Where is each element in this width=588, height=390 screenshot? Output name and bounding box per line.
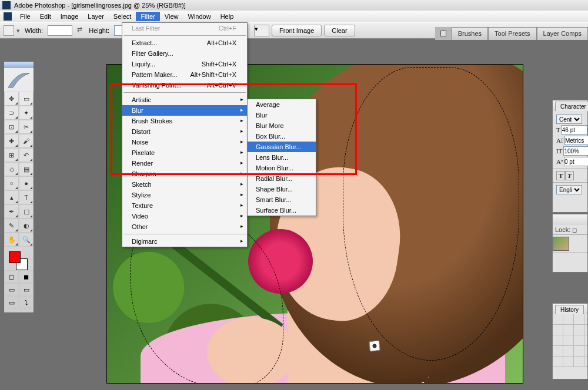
brush-preset-dropdown[interactable]: ▾ xyxy=(254,25,269,36)
menu-file[interactable]: File xyxy=(15,12,35,21)
submenu-item-box-blur[interactable]: Box Blur... xyxy=(248,131,316,142)
menu-item-distort[interactable]: Distort xyxy=(122,126,247,137)
history-row[interactable] xyxy=(553,357,587,367)
font-size-input[interactable] xyxy=(562,125,587,135)
tool-brush[interactable]: 🖌 xyxy=(19,134,34,148)
submenu-item-blur[interactable]: Blur xyxy=(248,110,316,120)
width-input[interactable] xyxy=(48,25,72,36)
tool-dodge[interactable]: ● xyxy=(19,176,34,190)
submenu-item-motion-blur[interactable]: Motion Blur... xyxy=(248,163,316,173)
history-row[interactable] xyxy=(553,325,587,335)
toolbox-panel: ✥▭⊃✦⊡✂✚🖌⊞↶◇▤○●▴T✒▢✎◐✋🔍 ◻ ◼ ▭ ▭ ▭ ⤵ xyxy=(4,61,34,313)
tool-healing[interactable]: ✚ xyxy=(4,134,19,148)
menu-item-blur[interactable]: Blur xyxy=(122,105,247,116)
screen-mode-full-menubar-icon[interactable]: ▭ xyxy=(19,283,34,296)
front-image-button[interactable]: Front Image xyxy=(272,25,322,36)
screen-mode-full-icon[interactable]: ▭ xyxy=(4,296,19,309)
tab-brushes[interactable]: Brushes xyxy=(452,27,488,40)
submenu-item-blur-more[interactable]: Blur More xyxy=(248,120,316,131)
imageready-icon[interactable]: ⤵ xyxy=(19,296,34,309)
tool-blur[interactable]: ○ xyxy=(4,176,19,190)
menu-item-extract[interactable]: Extract...Alt+Ctrl+X xyxy=(122,38,247,48)
panel-grip[interactable] xyxy=(4,62,34,68)
tool-move[interactable]: ✥ xyxy=(4,92,19,106)
layer-thumbnail[interactable] xyxy=(553,237,569,251)
tool-clone[interactable]: ⊞ xyxy=(4,148,19,162)
menu-layer[interactable]: Layer xyxy=(83,12,109,21)
menu-help[interactable]: Help xyxy=(216,12,239,21)
language-select[interactable]: English: USA xyxy=(556,185,582,194)
font-family-select[interactable]: Century xyxy=(556,115,582,124)
tool-magic-wand[interactable]: ✦ xyxy=(19,106,34,120)
layer-row[interactable] xyxy=(553,235,587,253)
vscale-input[interactable] xyxy=(563,146,588,156)
swap-dimensions-icon[interactable]: ⇄ xyxy=(75,26,84,35)
history-row[interactable] xyxy=(553,335,587,346)
menu-view[interactable]: View xyxy=(160,12,183,21)
menu-item-artistic[interactable]: Artistic xyxy=(122,95,247,105)
tool-lasso[interactable]: ⊃ xyxy=(4,106,19,120)
history-row[interactable] xyxy=(553,314,587,325)
tool-gradient[interactable]: ▤ xyxy=(19,162,34,176)
submenu-item-radial-blur[interactable]: Radial Blur... xyxy=(248,173,316,184)
standard-mode-icon[interactable]: ◻ xyxy=(4,270,19,283)
menu-item-video[interactable]: Video xyxy=(122,211,247,221)
tool-zoom[interactable]: 🔍 xyxy=(19,233,34,247)
italic-button[interactable]: T xyxy=(565,171,574,180)
menu-item-noise[interactable]: Noise xyxy=(122,137,247,147)
tab-history[interactable]: History xyxy=(555,305,584,314)
app-icon-small xyxy=(4,12,12,21)
crop-tool-icon[interactable] xyxy=(4,25,14,36)
menu-item-pixelate[interactable]: Pixelate xyxy=(122,147,247,158)
baseline-input[interactable] xyxy=(564,157,588,166)
tool-pen[interactable]: ✒ xyxy=(4,204,19,218)
menu-item-brush-strokes[interactable]: Brush Strokes xyxy=(122,116,247,126)
tool-shape[interactable]: ▢ xyxy=(19,204,34,218)
tool-notes[interactable]: ✎ xyxy=(4,218,19,233)
tab-character[interactable]: Character xyxy=(555,102,588,111)
menu-item-stylize[interactable]: Stylize xyxy=(122,190,247,200)
menu-item-vanishing-point[interactable]: Vanishing Point...Alt+Ctrl+V xyxy=(122,80,247,90)
submenu-item-shape-blur[interactable]: Shape Blur... xyxy=(248,184,316,194)
foreground-color-swatch[interactable] xyxy=(9,251,21,263)
menu-window[interactable]: Window xyxy=(183,12,216,21)
menu-item-liquify[interactable]: Liquify...Shift+Ctrl+X xyxy=(122,59,247,69)
menu-item-digimarc[interactable]: Digimarc xyxy=(122,236,247,247)
menu-item-sketch[interactable]: Sketch xyxy=(122,179,247,190)
screen-mode-standard-icon[interactable]: ▭ xyxy=(4,283,19,296)
menu-item-render[interactable]: Render xyxy=(122,158,247,169)
clear-button[interactable]: Clear xyxy=(324,25,355,36)
tool-path-select[interactable]: ▴ xyxy=(4,190,19,204)
submenu-item-smart-blur[interactable]: Smart Blur... xyxy=(248,194,316,205)
submenu-item-gaussian-blur[interactable]: Gaussian Blur... xyxy=(248,142,316,152)
tab-tool-presets[interactable]: Tool Presets xyxy=(488,27,537,40)
tool-eyedropper[interactable]: ◐ xyxy=(19,218,34,233)
submenu-item-surface-blur[interactable]: Surface Blur... xyxy=(248,205,316,216)
color-swatches[interactable] xyxy=(4,249,34,270)
tool-hand[interactable]: ✋ xyxy=(4,233,19,247)
tool-type[interactable]: T xyxy=(19,190,34,204)
bold-button[interactable]: T xyxy=(556,171,565,180)
tab-layer-comps[interactable]: Layer Comps xyxy=(537,27,588,40)
tool-history-brush[interactable]: ↶ xyxy=(19,148,34,162)
menu-image[interactable]: Image xyxy=(56,12,83,21)
menu-item-sharpen[interactable]: Sharpen xyxy=(122,169,247,179)
menu-filter[interactable]: Filter xyxy=(136,12,159,21)
tool-slice[interactable]: ✂ xyxy=(19,120,34,134)
visibility-icon[interactable] xyxy=(369,340,380,352)
tracking-input[interactable] xyxy=(564,136,588,145)
menu-item-other[interactable]: Other xyxy=(122,221,247,232)
menu-select[interactable]: Select xyxy=(109,12,136,21)
submenu-item-average[interactable]: Average xyxy=(248,99,316,110)
history-row[interactable] xyxy=(553,346,587,357)
menu-item-pattern-maker[interactable]: Pattern Maker...Alt+Shift+Ctrl+X xyxy=(122,69,247,80)
menu-item-filter-gallery[interactable]: Filter Gallery... xyxy=(122,48,247,59)
tool-crop[interactable]: ⊡ xyxy=(4,120,19,134)
tool-marquee[interactable]: ▭ xyxy=(19,92,34,106)
quickmask-mode-icon[interactable]: ◼ xyxy=(19,270,34,283)
menu-edit[interactable]: Edit xyxy=(35,12,56,21)
tool-eraser[interactable]: ◇ xyxy=(4,162,19,176)
palette-toggle-icon[interactable] xyxy=(440,31,446,36)
menu-item-texture[interactable]: Texture xyxy=(122,200,247,211)
submenu-item-lens-blur[interactable]: Lens Blur... xyxy=(248,152,316,163)
